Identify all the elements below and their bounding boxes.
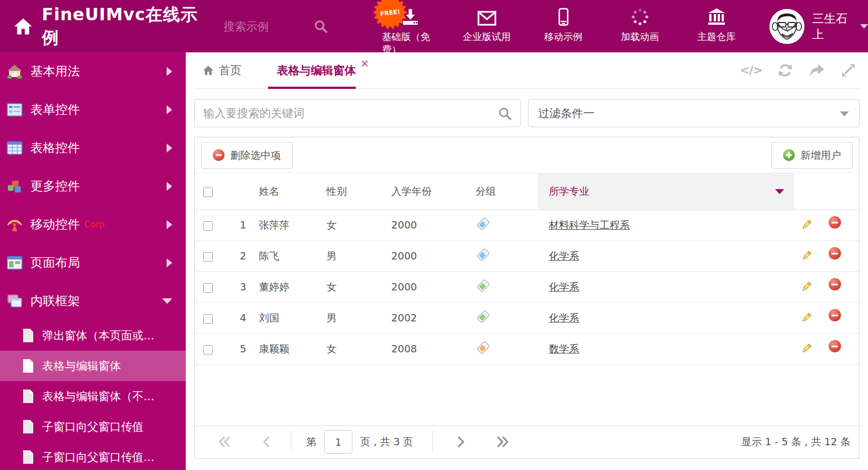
cell-gender: 男	[321, 240, 386, 271]
edit-icon[interactable]	[800, 280, 813, 296]
file-icon	[22, 328, 34, 343]
avatar[interactable]	[769, 9, 804, 44]
last-page-button[interactable]	[496, 435, 509, 449]
form-icon	[7, 102, 23, 117]
sidebar-item-label: 移动控件	[30, 216, 80, 233]
chevron-right-icon	[167, 220, 172, 229]
chevron-right-icon	[167, 182, 172, 191]
header-search[interactable]	[223, 19, 342, 34]
chevron-right-icon	[167, 258, 172, 267]
close-icon[interactable]: ×	[360, 58, 369, 69]
expand-icon[interactable]	[840, 62, 856, 78]
delete-icon[interactable]	[829, 340, 841, 352]
delete-icon[interactable]	[829, 309, 841, 321]
prev-page-button[interactable]	[261, 435, 272, 449]
col-group[interactable]: 分组	[470, 173, 538, 209]
delete-icon[interactable]	[829, 216, 841, 229]
cell-gender: 女	[321, 209, 386, 240]
row-checkbox[interactable]	[203, 314, 213, 324]
sidebar-item-mobile-controls[interactable]: 移动控件 Corp.	[0, 205, 186, 244]
row-checkbox[interactable]	[203, 221, 213, 231]
filter-dropdown[interactable]: 过滤条件一	[528, 99, 860, 127]
user-menu[interactable]: 三生石上	[769, 9, 868, 44]
page-number-input[interactable]	[324, 430, 352, 454]
col-name[interactable]: 姓名	[253, 173, 321, 209]
sidebar-item-basic-usage[interactable]: 基本用法	[0, 52, 186, 91]
source-code-icon[interactable]	[740, 64, 762, 77]
sidebar-item-form-controls[interactable]: 表单控件	[0, 91, 186, 129]
col-gender[interactable]: 性别	[321, 173, 386, 209]
edit-icon[interactable]	[800, 342, 813, 357]
next-page-button[interactable]	[455, 435, 467, 449]
nav-theme-store[interactable]: 主题仓库	[688, 0, 745, 43]
divider	[432, 431, 433, 453]
first-page-button[interactable]	[218, 435, 231, 449]
sidebar-item-label: 基本用法	[30, 63, 80, 80]
layout-icon	[7, 256, 23, 270]
row-number: 1	[231, 209, 253, 240]
users-table: 姓名 性别 入学年份 分组 所学专业 1 张萍萍 女 2000	[195, 173, 859, 365]
nav-mobile-demo[interactable]: 移动示例	[535, 0, 592, 43]
refresh-icon[interactable]	[777, 62, 793, 78]
tab-label: 首页	[219, 63, 241, 78]
delete-selected-button[interactable]: 删除选中项	[201, 142, 293, 169]
search-icon[interactable]	[498, 106, 512, 121]
major-link[interactable]: 化学系	[549, 312, 579, 324]
cell-name: 董婷婷	[253, 271, 321, 302]
search-icon[interactable]	[314, 19, 328, 34]
col-year[interactable]: 入学年份	[386, 173, 470, 209]
sidebar-subitem-grid-edit-window-2[interactable]: 表格与编辑窗体（不...	[0, 381, 186, 411]
sidebar-subitem-popup-window[interactable]: 弹出窗体（本页面或...	[0, 320, 186, 351]
delete-icon[interactable]	[829, 247, 841, 259]
tag-icon	[476, 216, 491, 231]
add-user-button[interactable]: 新增用户	[771, 142, 853, 169]
sidebar-item-more-controls[interactable]: 更多控件	[0, 167, 186, 205]
cell-year: 2000	[386, 240, 470, 271]
major-link[interactable]: 材料科学与工程系	[549, 219, 630, 231]
major-link[interactable]: 化学系	[549, 281, 579, 293]
nav-basic-free[interactable]: FREE! 基础版（免费）	[382, 0, 439, 56]
tab-home[interactable]: 首页	[194, 63, 250, 78]
keyword-search-input[interactable]	[195, 100, 476, 127]
table-row: 5 康颖颖 女 2008 数学系	[195, 333, 859, 364]
record-summary: 显示 1 - 5 条 , 共 12 条	[741, 435, 851, 449]
cell-name: 刘国	[253, 302, 321, 333]
delete-icon[interactable]	[829, 278, 841, 290]
select-all-checkbox[interactable]	[203, 187, 213, 197]
mobile-icon	[558, 7, 569, 26]
tag-icon	[476, 247, 491, 262]
major-link[interactable]: 化学系	[549, 250, 579, 262]
edit-icon[interactable]	[800, 249, 813, 265]
col-major[interactable]: 所学专业	[538, 173, 794, 209]
filter-row: 过滤条件一	[194, 99, 860, 127]
sidebar-subitem-grid-edit-window[interactable]: 表格与编辑窗体	[0, 351, 186, 381]
sidebar-subitem-child-to-parent-2[interactable]: 子窗口向父窗口传值...	[0, 442, 186, 470]
major-link[interactable]: 数学系	[549, 343, 579, 355]
tab-grid-edit-window[interactable]: 表格与编辑窗体 ×	[271, 52, 361, 88]
row-checkbox[interactable]	[203, 283, 213, 293]
row-checkbox[interactable]	[203, 345, 213, 355]
sidebar-item-iframe[interactable]: 内联框架	[0, 282, 186, 320]
antenna-icon	[7, 217, 23, 232]
brand[interactable]: FineUIMvc在线示例	[0, 3, 207, 50]
share-icon[interactable]	[808, 63, 825, 78]
header-search-input[interactable]	[223, 20, 308, 33]
nav-loading-animation[interactable]: 加载动画	[612, 0, 668, 43]
row-number: 3	[231, 271, 253, 302]
sidebar-subitem-child-to-parent[interactable]: 子窗口向父窗口传值	[0, 411, 186, 442]
sidebar-item-grid-controls[interactable]: 表格控件	[0, 129, 186, 167]
edit-icon[interactable]	[800, 311, 813, 326]
nav-label: 移动示例	[544, 30, 583, 43]
row-checkbox[interactable]	[203, 252, 213, 262]
sidebar-item-page-layout[interactable]: 页面布局	[0, 244, 186, 282]
keyword-search[interactable]	[194, 99, 521, 127]
sidebar-subitem-label: 表格与编辑窗体	[42, 359, 121, 374]
nav-enterprise-trial[interactable]: 企业版试用	[459, 0, 515, 43]
file-icon	[22, 389, 34, 404]
grid-panel: 删除选中项 新增用户 姓名 性别 入学年份	[194, 137, 860, 459]
edit-icon[interactable]	[800, 218, 813, 234]
file-icon	[22, 359, 34, 373]
column-label: 所学专业	[549, 185, 589, 197]
main-content: 首页 表格与编辑窗体 ×	[186, 52, 868, 470]
select-all-header[interactable]	[195, 173, 231, 209]
